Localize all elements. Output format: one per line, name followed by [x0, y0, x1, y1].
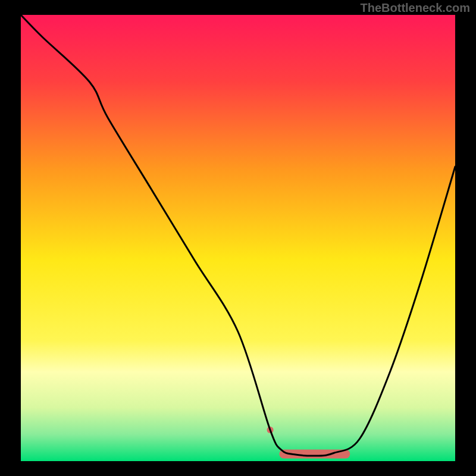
watermark-text: TheBottleneck.com [361, 1, 470, 15]
chart-frame: TheBottleneck.com [0, 0, 476, 476]
bottleneck-chart [0, 0, 476, 476]
gradient-background [21, 15, 455, 461]
